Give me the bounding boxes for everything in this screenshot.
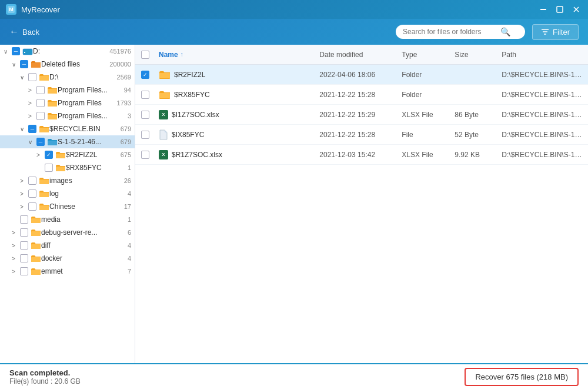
row-checkbox[interactable] bbox=[141, 131, 149, 139]
filter-button[interactable]: Filter bbox=[532, 24, 579, 40]
table-row[interactable]: $IX85FYC 2021-12-22 15:28 File 52 Byte D… bbox=[135, 125, 588, 145]
tree-item-count: 679 bbox=[121, 125, 131, 132]
sidebar-item-d-root[interactable]: ∨ D:\ 2569 bbox=[0, 71, 135, 84]
expand-icon[interactable]: > bbox=[36, 152, 45, 158]
select-all-checkbox[interactable] bbox=[141, 51, 149, 59]
svg-rect-16 bbox=[39, 128, 49, 132]
expand-icon[interactable]: ∨ bbox=[20, 74, 28, 81]
tree-checkbox[interactable] bbox=[20, 228, 28, 237]
expand-icon[interactable]: > bbox=[28, 87, 36, 94]
row-checkbox[interactable] bbox=[141, 91, 149, 99]
sidebar-item-s-1-5-21[interactable]: ∨ ─ S-1-5-21-46... 679 bbox=[0, 135, 135, 148]
svg-rect-12 bbox=[39, 76, 49, 81]
tree-checkbox[interactable] bbox=[36, 86, 45, 94]
sidebar-item-rx85fyc[interactable]: $RX85FYC 1 bbox=[0, 161, 135, 174]
tree-checkbox[interactable] bbox=[20, 241, 28, 250]
expand-icon[interactable]: > bbox=[12, 242, 20, 249]
svg-rect-20 bbox=[39, 179, 49, 184]
minimize-button[interactable] bbox=[537, 4, 549, 15]
sidebar-item-d-drive[interactable]: ∨ ─ D: 451976 bbox=[0, 45, 135, 58]
row-checkbox-container[interactable]: ✓ bbox=[141, 71, 159, 79]
column-date: Date modified bbox=[319, 51, 402, 59]
row-checkbox[interactable] bbox=[141, 111, 149, 119]
recover-button[interactable]: Recover 675 files (218 MB) bbox=[465, 368, 579, 386]
expand-icon[interactable]: > bbox=[12, 268, 20, 275]
sidebar-item-program-files-1[interactable]: > Program Files... 94 bbox=[0, 84, 135, 97]
tree-item-count: 1 bbox=[128, 216, 131, 223]
expand-icon[interactable]: ∨ bbox=[20, 126, 28, 132]
svg-rect-21 bbox=[39, 192, 49, 197]
expand-icon[interactable]: ∨ bbox=[28, 139, 36, 145]
sidebar-item-debug-server[interactable]: > debug-server-re... 6 bbox=[0, 226, 135, 239]
folder-icon bbox=[31, 267, 41, 275]
expand-icon[interactable]: > bbox=[20, 191, 28, 197]
expand-icon[interactable]: > bbox=[12, 255, 20, 262]
sidebar-item-images[interactable]: > images 26 bbox=[0, 174, 135, 187]
sidebar-item-log[interactable]: > log 4 bbox=[0, 187, 135, 200]
sidebar-item-program-files-3[interactable]: > Program Files... 3 bbox=[0, 109, 135, 122]
tree-item-count: 679 bbox=[121, 138, 131, 145]
search-input[interactable] bbox=[403, 28, 497, 36]
expand-icon[interactable]: > bbox=[28, 113, 36, 119]
tree-checkbox[interactable] bbox=[36, 112, 45, 120]
column-name[interactable]: Name ↑ bbox=[159, 51, 319, 59]
table-row[interactable]: X $I1Z7SOC.xlsx 2021-12-22 15:29 XLSX Fi… bbox=[135, 105, 588, 125]
row-date: 2021-12-22 15:28 bbox=[319, 91, 402, 99]
sidebar-item-emmet[interactable]: > emmet 7 bbox=[0, 265, 135, 278]
tree-checkbox[interactable] bbox=[28, 202, 36, 211]
folder-icon bbox=[39, 189, 49, 198]
expand-icon[interactable]: ∨ bbox=[4, 48, 12, 55]
tree-item-count: 2569 bbox=[117, 74, 131, 81]
back-button[interactable]: ← Back bbox=[9, 26, 39, 37]
folder-icon bbox=[47, 86, 58, 94]
expand-icon[interactable]: ∨ bbox=[12, 61, 20, 68]
maximize-button[interactable] bbox=[554, 4, 566, 15]
table-row[interactable]: X $R1Z7SOC.xlsx 2021-12-03 15:42 XLSX Fi… bbox=[135, 145, 588, 165]
table-row[interactable]: $RX85FYC 2021-12-22 15:28 Folder D:\$REC… bbox=[135, 85, 588, 105]
sidebar-item-recycle-bin[interactable]: ∨ ─ $RECYCLE.BIN 679 bbox=[0, 122, 135, 135]
row-checkbox[interactable]: ✓ bbox=[141, 71, 149, 79]
tree-checkbox[interactable] bbox=[20, 215, 28, 224]
table-row[interactable]: ✓ $R2FIZ2L 2022-04-06 18:06 Folder D:\$R… bbox=[135, 65, 588, 85]
sidebar-item-media[interactable]: media 1 bbox=[0, 213, 135, 226]
tree-checkbox[interactable]: ─ bbox=[12, 47, 20, 55]
tree-item-label: D:\ bbox=[49, 73, 115, 81]
row-checkbox-container[interactable] bbox=[141, 91, 159, 99]
tree-checkbox[interactable] bbox=[36, 99, 45, 107]
expand-icon[interactable]: > bbox=[12, 230, 20, 236]
tree-checkbox[interactable]: ─ bbox=[20, 60, 28, 68]
sidebar-item-r2fiz2l[interactable]: > ✓ $R2FIZ2L 675 bbox=[0, 148, 135, 161]
sidebar-item-docker[interactable]: > docker 4 bbox=[0, 252, 135, 265]
sidebar-item-diff[interactable]: > diff 4 bbox=[0, 239, 135, 252]
content-area: Name ↑ Date modified Type Size Path ✓ $R… bbox=[135, 45, 588, 363]
sidebar-item-program-files-2[interactable]: > Program Files 1793 bbox=[0, 97, 135, 109]
row-checkbox-container[interactable] bbox=[141, 151, 159, 159]
svg-rect-28 bbox=[159, 73, 170, 78]
close-button[interactable] bbox=[570, 4, 582, 15]
svg-rect-23 bbox=[31, 218, 41, 223]
tree-checkbox[interactable] bbox=[28, 177, 36, 185]
svg-rect-25 bbox=[31, 244, 41, 249]
sidebar-item-chinese[interactable]: > Chinese 17 bbox=[0, 200, 135, 213]
svg-rect-9 bbox=[23, 49, 32, 55]
tree-item-count: 451976 bbox=[109, 48, 131, 55]
search-box[interactable]: 🔍 bbox=[396, 25, 525, 39]
tree-checkbox[interactable] bbox=[20, 267, 28, 275]
tree-checkbox[interactable] bbox=[45, 164, 53, 172]
tree-checkbox[interactable]: ✓ bbox=[45, 151, 53, 159]
tree-checkbox[interactable]: ─ bbox=[28, 125, 36, 133]
row-checkbox-container[interactable] bbox=[141, 111, 159, 119]
tree-checkbox[interactable] bbox=[28, 189, 36, 198]
tree-item-label: $R2FIZ2L bbox=[66, 151, 118, 159]
expand-icon[interactable]: > bbox=[20, 178, 28, 184]
row-checkbox-container[interactable] bbox=[141, 131, 159, 139]
sidebar-item-deleted-files[interactable]: ∨ ─ Deleted files 200000 bbox=[0, 58, 135, 71]
tree-checkbox[interactable] bbox=[28, 73, 36, 81]
tree-checkbox[interactable]: ─ bbox=[36, 138, 45, 146]
tree-checkbox[interactable] bbox=[20, 254, 28, 262]
row-checkbox[interactable] bbox=[141, 151, 149, 159]
tree-item-label: emmet bbox=[41, 267, 125, 275]
column-path: Path bbox=[502, 51, 582, 59]
expand-icon[interactable]: > bbox=[28, 100, 36, 107]
expand-icon[interactable]: > bbox=[20, 204, 28, 210]
